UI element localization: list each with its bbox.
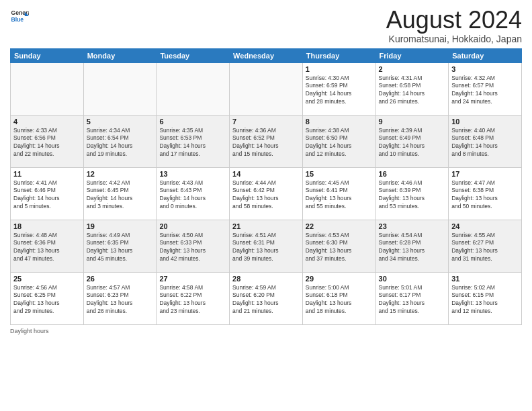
- day-cell: 7Sunrise: 4:36 AM Sunset: 6:52 PM Daylig…: [230, 115, 303, 167]
- day-detail: Sunrise: 4:46 AM Sunset: 6:39 PM Dayligh…: [379, 179, 446, 212]
- day-cell: [230, 62, 303, 115]
- weekday-header-tuesday: Tuesday: [157, 48, 230, 62]
- logo-icon: General Blue: [10, 7, 29, 26]
- day-number: 11: [13, 170, 81, 178]
- page-header: General Blue August 2024 Kuromatsunai, H…: [10, 7, 522, 44]
- logo: General Blue: [10, 7, 29, 26]
- week-row-5: 25Sunrise: 4:56 AM Sunset: 6:25 PM Dayli…: [11, 272, 522, 324]
- day-number: 23: [379, 222, 446, 230]
- day-cell: 5Sunrise: 4:34 AM Sunset: 6:54 PM Daylig…: [83, 115, 157, 167]
- day-cell: 24Sunrise: 4:55 AM Sunset: 6:27 PM Dayli…: [449, 220, 522, 272]
- day-number: 17: [451, 170, 519, 178]
- day-cell: 12Sunrise: 4:42 AM Sunset: 6:45 PM Dayli…: [83, 167, 157, 220]
- day-detail: Sunrise: 4:51 AM Sunset: 6:31 PM Dayligh…: [232, 232, 300, 264]
- day-detail: Sunrise: 4:42 AM Sunset: 6:45 PM Dayligh…: [87, 179, 154, 212]
- day-cell: 19Sunrise: 4:49 AM Sunset: 6:35 PM Dayli…: [83, 220, 157, 272]
- day-detail: Sunrise: 4:48 AM Sunset: 6:36 PM Dayligh…: [13, 232, 81, 264]
- day-number: 26: [87, 275, 154, 283]
- day-number: 7: [232, 118, 300, 126]
- day-number: 19: [87, 222, 154, 230]
- calendar-title: August 2024: [386, 7, 522, 34]
- day-detail: Sunrise: 4:47 AM Sunset: 6:38 PM Dayligh…: [451, 179, 519, 212]
- day-cell: [157, 62, 230, 115]
- weekday-header-saturday: Saturday: [449, 48, 522, 62]
- day-cell: [11, 62, 84, 115]
- day-number: 29: [306, 275, 373, 283]
- weekday-header-thursday: Thursday: [302, 48, 375, 62]
- footer-note: Daylight hours: [10, 328, 522, 334]
- day-number: 13: [159, 170, 226, 178]
- calendar-body: 1Sunrise: 4:30 AM Sunset: 6:59 PM Daylig…: [11, 62, 522, 324]
- day-cell: 10Sunrise: 4:40 AM Sunset: 6:48 PM Dayli…: [449, 115, 522, 167]
- day-cell: 30Sunrise: 5:01 AM Sunset: 6:17 PM Dayli…: [375, 272, 449, 324]
- day-detail: Sunrise: 4:36 AM Sunset: 6:52 PM Dayligh…: [232, 127, 300, 159]
- day-number: 27: [159, 275, 226, 283]
- weekday-header-row: SundayMondayTuesdayWednesdayThursdayFrid…: [11, 48, 522, 62]
- day-cell: 28Sunrise: 4:59 AM Sunset: 6:20 PM Dayli…: [230, 272, 303, 324]
- day-detail: Sunrise: 4:44 AM Sunset: 6:42 PM Dayligh…: [232, 179, 300, 212]
- day-number: 22: [306, 222, 373, 230]
- day-number: 14: [232, 170, 300, 178]
- day-number: 8: [306, 118, 373, 126]
- day-detail: Sunrise: 4:54 AM Sunset: 6:28 PM Dayligh…: [379, 232, 446, 264]
- day-cell: 27Sunrise: 4:58 AM Sunset: 6:22 PM Dayli…: [157, 272, 230, 324]
- day-cell: 15Sunrise: 4:45 AM Sunset: 6:41 PM Dayli…: [302, 167, 375, 220]
- day-cell: 9Sunrise: 4:39 AM Sunset: 6:49 PM Daylig…: [375, 115, 449, 167]
- day-number: 16: [379, 170, 446, 178]
- day-cell: 6Sunrise: 4:35 AM Sunset: 6:53 PM Daylig…: [157, 115, 230, 167]
- week-row-2: 4Sunrise: 4:33 AM Sunset: 6:56 PM Daylig…: [11, 115, 522, 167]
- day-number: 12: [87, 170, 154, 178]
- day-cell: 20Sunrise: 4:50 AM Sunset: 6:33 PM Dayli…: [157, 220, 230, 272]
- day-cell: 16Sunrise: 4:46 AM Sunset: 6:39 PM Dayli…: [375, 167, 449, 220]
- day-detail: Sunrise: 4:58 AM Sunset: 6:22 PM Dayligh…: [159, 284, 226, 316]
- day-detail: Sunrise: 4:50 AM Sunset: 6:33 PM Dayligh…: [159, 232, 226, 264]
- day-cell: 23Sunrise: 4:54 AM Sunset: 6:28 PM Dayli…: [375, 220, 449, 272]
- day-cell: 21Sunrise: 4:51 AM Sunset: 6:31 PM Dayli…: [230, 220, 303, 272]
- day-number: 10: [451, 118, 519, 126]
- day-cell: 29Sunrise: 5:00 AM Sunset: 6:18 PM Dayli…: [302, 272, 375, 324]
- week-row-1: 1Sunrise: 4:30 AM Sunset: 6:59 PM Daylig…: [11, 62, 522, 115]
- day-number: 5: [87, 118, 154, 126]
- day-detail: Sunrise: 4:41 AM Sunset: 6:46 PM Dayligh…: [13, 179, 81, 212]
- day-cell: 31Sunrise: 5:02 AM Sunset: 6:15 PM Dayli…: [449, 272, 522, 324]
- weekday-header-friday: Friday: [375, 48, 449, 62]
- day-number: 9: [379, 118, 446, 126]
- day-number: 3: [451, 65, 519, 73]
- day-detail: Sunrise: 4:33 AM Sunset: 6:56 PM Dayligh…: [13, 127, 81, 159]
- day-cell: 1Sunrise: 4:30 AM Sunset: 6:59 PM Daylig…: [302, 62, 375, 115]
- day-number: 30: [379, 275, 446, 283]
- day-detail: Sunrise: 4:56 AM Sunset: 6:25 PM Dayligh…: [13, 284, 81, 316]
- svg-text:Blue: Blue: [11, 16, 24, 23]
- day-number: 4: [13, 118, 81, 126]
- day-cell: 26Sunrise: 4:57 AM Sunset: 6:23 PM Dayli…: [83, 272, 157, 324]
- day-number: 21: [232, 222, 300, 230]
- day-cell: 3Sunrise: 4:32 AM Sunset: 6:57 PM Daylig…: [449, 62, 522, 115]
- day-detail: Sunrise: 4:38 AM Sunset: 6:50 PM Dayligh…: [306, 127, 373, 159]
- day-detail: Sunrise: 5:02 AM Sunset: 6:15 PM Dayligh…: [451, 284, 519, 316]
- day-detail: Sunrise: 4:53 AM Sunset: 6:30 PM Dayligh…: [306, 232, 373, 264]
- day-detail: Sunrise: 4:39 AM Sunset: 6:49 PM Dayligh…: [379, 127, 446, 159]
- day-number: 15: [306, 170, 373, 178]
- day-detail: Sunrise: 4:34 AM Sunset: 6:54 PM Dayligh…: [87, 127, 154, 159]
- day-cell: [83, 62, 157, 115]
- day-detail: Sunrise: 4:49 AM Sunset: 6:35 PM Dayligh…: [87, 232, 154, 264]
- day-detail: Sunrise: 4:30 AM Sunset: 6:59 PM Dayligh…: [306, 75, 373, 107]
- day-detail: Sunrise: 4:55 AM Sunset: 6:27 PM Dayligh…: [451, 232, 519, 264]
- day-cell: 4Sunrise: 4:33 AM Sunset: 6:56 PM Daylig…: [11, 115, 84, 167]
- title-section: August 2024 Kuromatsunai, Hokkaido, Japa…: [386, 7, 522, 44]
- day-number: 24: [451, 222, 519, 230]
- day-detail: Sunrise: 5:00 AM Sunset: 6:18 PM Dayligh…: [306, 284, 373, 316]
- day-number: 1: [306, 65, 373, 73]
- day-detail: Sunrise: 5:01 AM Sunset: 6:17 PM Dayligh…: [379, 284, 446, 316]
- day-number: 31: [451, 275, 519, 283]
- day-detail: Sunrise: 4:35 AM Sunset: 6:53 PM Dayligh…: [159, 127, 226, 159]
- day-detail: Sunrise: 4:45 AM Sunset: 6:41 PM Dayligh…: [306, 179, 373, 212]
- day-cell: 2Sunrise: 4:31 AM Sunset: 6:58 PM Daylig…: [375, 62, 449, 115]
- day-number: 28: [232, 275, 300, 283]
- week-row-3: 11Sunrise: 4:41 AM Sunset: 6:46 PM Dayli…: [11, 167, 522, 220]
- day-number: 2: [379, 65, 446, 73]
- day-detail: Sunrise: 4:57 AM Sunset: 6:23 PM Dayligh…: [87, 284, 154, 316]
- day-detail: Sunrise: 4:31 AM Sunset: 6:58 PM Dayligh…: [379, 75, 446, 107]
- day-cell: 8Sunrise: 4:38 AM Sunset: 6:50 PM Daylig…: [302, 115, 375, 167]
- day-detail: Sunrise: 4:40 AM Sunset: 6:48 PM Dayligh…: [451, 127, 519, 159]
